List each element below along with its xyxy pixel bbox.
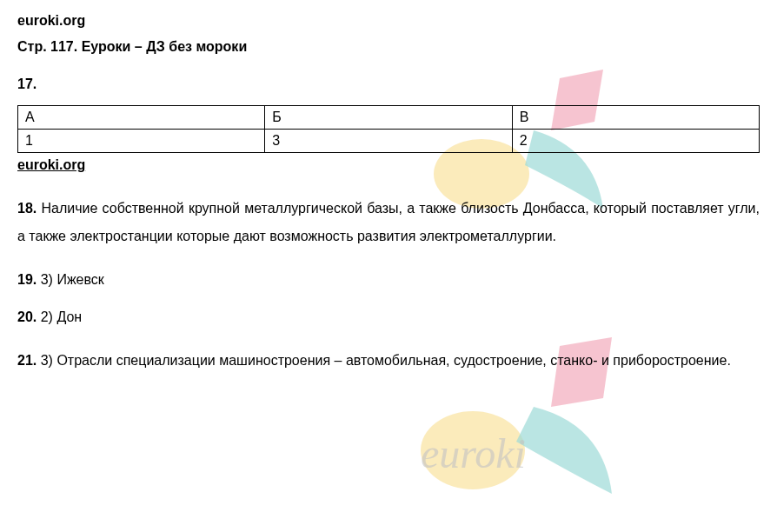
page-title: Стр. 117. Еуроки – ДЗ без мороки — [17, 39, 760, 55]
table-cell: 3 — [265, 130, 512, 153]
answer-18-text: Наличие собственной крупной металлургиче… — [17, 201, 760, 243]
table-cell: 2 — [512, 130, 759, 153]
table-cell: Б — [265, 106, 512, 130]
answer-21-text: 3) Отрасли специализации машиностроения … — [41, 353, 731, 368]
answer-18: 18. Наличие собственной крупной металлур… — [17, 195, 760, 250]
table-row: А Б В — [18, 106, 760, 130]
answer-21: 21. 3) Отрасли специализации машинострое… — [17, 347, 760, 375]
table-cell: А — [18, 106, 265, 130]
site-name-top: euroki.org — [17, 13, 760, 29]
question-18-number: 18. — [17, 201, 37, 216]
table-cell: В — [512, 106, 759, 130]
site-name-middle: euroki.org — [17, 157, 760, 173]
table-row: 1 3 2 — [18, 130, 760, 153]
question-20-number: 20. — [17, 309, 37, 324]
question-19-number: 19. — [17, 272, 37, 287]
answer-table-17: А Б В 1 3 2 — [17, 105, 760, 153]
svg-text:euroki: euroki — [421, 430, 526, 476]
question-21-number: 21. — [17, 353, 37, 368]
question-17-number: 17. — [17, 76, 760, 92]
table-cell: 1 — [18, 130, 265, 153]
answer-20-text: 2) Дон — [41, 309, 82, 324]
answer-19-text: 3) Ижевск — [41, 272, 104, 287]
answer-19: 19. 3) Ижевск — [17, 272, 760, 288]
answer-20: 20. 2) Дон — [17, 309, 760, 325]
